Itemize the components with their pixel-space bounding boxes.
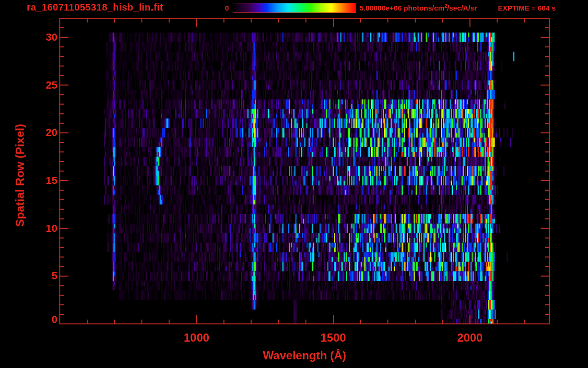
exptime-label: EXPTIME = 604 s <box>498 4 555 12</box>
x-tick-label: 1500 <box>320 332 346 344</box>
colorbar-max-units-label: 5.00000e+06 photons/cm2/sec/A/sr <box>360 4 477 12</box>
y-tick-label: 15 <box>46 175 57 186</box>
colorbar-units-superscript: 2 <box>444 3 447 9</box>
y-tick-label: 20 <box>46 127 57 138</box>
spectral-display-window: ra_160711055318_hisb_lin.fit 0 5.00000e+… <box>0 0 588 368</box>
y-tick-label: 30 <box>46 32 57 43</box>
colorbar-min-label: 0 <box>225 4 229 12</box>
x-axis-title: Wavelength (Å) <box>263 349 346 362</box>
colorbar-gradient <box>233 3 356 13</box>
y-tick-label: 25 <box>46 79 57 91</box>
y-axis-title: Spatial Row (Pixel) <box>14 124 26 227</box>
x-tick-label: 1000 <box>184 332 209 344</box>
spectrogram-canvas <box>0 0 588 368</box>
colorbar-units-suffix: /sec/A/sr <box>447 4 477 12</box>
colorbar-units-prefix: 5.00000e+06 photons/cm <box>360 4 444 12</box>
x-tick-label: 2000 <box>457 332 483 344</box>
y-tick-label: 10 <box>46 223 57 234</box>
y-tick-label: 0 <box>52 314 57 325</box>
file-title: ra_160711055318_hisb_lin.fit <box>27 2 163 12</box>
y-tick-label: 5 <box>52 270 57 282</box>
